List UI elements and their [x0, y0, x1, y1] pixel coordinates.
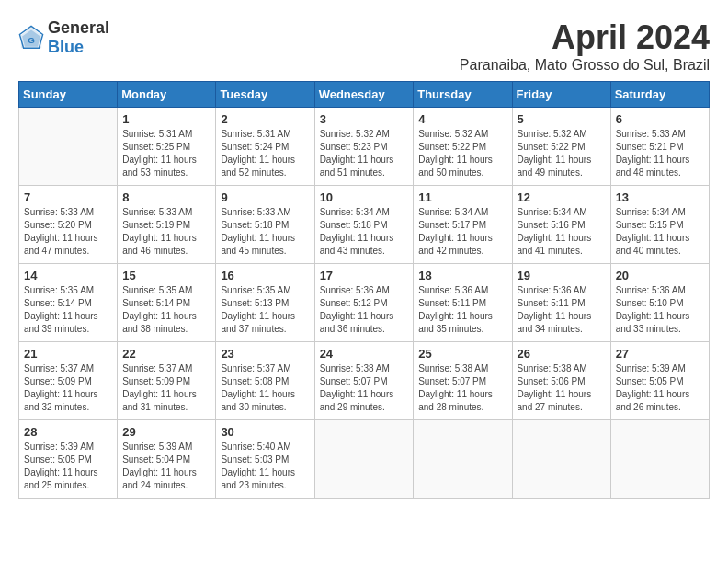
- header: G General Blue April 2024 Paranaiba, Mat…: [18, 18, 710, 74]
- day-info: Sunrise: 5:36 AMSunset: 5:11 PMDaylight:…: [418, 284, 506, 336]
- day-number: 10: [320, 190, 409, 204]
- calendar-cell: 3Sunrise: 5:32 AMSunset: 5:23 PMDaylight…: [314, 108, 414, 186]
- day-number: 18: [418, 269, 506, 282]
- day-number: 9: [221, 190, 309, 204]
- calendar-cell: 13Sunrise: 5:34 AMSunset: 5:15 PMDayligh…: [610, 186, 709, 264]
- day-info: Sunrise: 5:36 AMSunset: 5:10 PMDaylight:…: [616, 284, 704, 336]
- day-info: Sunrise: 5:34 AMSunset: 5:18 PMDaylight:…: [320, 206, 409, 258]
- week-row-1: 1Sunrise: 5:31 AMSunset: 5:25 PMDaylight…: [19, 108, 710, 186]
- logo-icon: G: [18, 25, 44, 51]
- day-number: 26: [518, 347, 606, 361]
- day-info: Sunrise: 5:34 AMSunset: 5:15 PMDaylight:…: [616, 206, 704, 258]
- weekday-row: SundayMondayTuesdayWednesdayThursdayFrid…: [19, 82, 710, 108]
- calendar-cell: 22Sunrise: 5:37 AMSunset: 5:09 PMDayligh…: [118, 342, 216, 420]
- day-number: 14: [24, 269, 112, 282]
- svg-text:G: G: [28, 35, 35, 45]
- day-info: Sunrise: 5:34 AMSunset: 5:16 PMDaylight:…: [518, 206, 606, 258]
- calendar-cell: 21Sunrise: 5:37 AMSunset: 5:09 PMDayligh…: [19, 342, 118, 420]
- day-number: 17: [320, 269, 409, 282]
- calendar-cell: [414, 420, 512, 499]
- day-number: 13: [616, 190, 704, 204]
- logo-general: General: [48, 18, 109, 37]
- weekday-header-sunday: Sunday: [19, 82, 118, 108]
- calendar: SundayMondayTuesdayWednesdayThursdayFrid…: [18, 81, 710, 499]
- week-row-3: 14Sunrise: 5:35 AMSunset: 5:14 PMDayligh…: [19, 264, 710, 342]
- day-number: 8: [122, 190, 210, 204]
- weekday-header-saturday: Saturday: [610, 82, 709, 108]
- day-number: 23: [221, 347, 309, 361]
- calendar-cell: 10Sunrise: 5:34 AMSunset: 5:18 PMDayligh…: [314, 186, 414, 264]
- day-number: 24: [320, 347, 409, 361]
- day-info: Sunrise: 5:34 AMSunset: 5:17 PMDaylight:…: [418, 206, 506, 258]
- calendar-cell: 28Sunrise: 5:39 AMSunset: 5:05 PMDayligh…: [19, 420, 118, 499]
- calendar-cell: [610, 420, 709, 499]
- location-title: Paranaiba, Mato Grosso do Sul, Brazil: [460, 57, 710, 74]
- calendar-cell: 1Sunrise: 5:31 AMSunset: 5:25 PMDaylight…: [118, 108, 216, 186]
- calendar-cell: 11Sunrise: 5:34 AMSunset: 5:17 PMDayligh…: [414, 186, 512, 264]
- week-row-4: 21Sunrise: 5:37 AMSunset: 5:09 PMDayligh…: [19, 342, 710, 420]
- day-number: 30: [221, 425, 309, 439]
- day-info: Sunrise: 5:35 AMSunset: 5:13 PMDaylight:…: [221, 284, 309, 336]
- calendar-cell: 16Sunrise: 5:35 AMSunset: 5:13 PMDayligh…: [216, 264, 314, 342]
- day-info: Sunrise: 5:37 AMSunset: 5:09 PMDaylight:…: [24, 362, 112, 414]
- logo: G General Blue: [18, 18, 109, 57]
- calendar-cell: 17Sunrise: 5:36 AMSunset: 5:12 PMDayligh…: [314, 264, 414, 342]
- logo-blue: Blue: [48, 38, 84, 56]
- calendar-cell: 23Sunrise: 5:37 AMSunset: 5:08 PMDayligh…: [216, 342, 314, 420]
- day-number: 6: [616, 112, 704, 126]
- day-number: 27: [616, 347, 704, 361]
- weekday-header-friday: Friday: [512, 82, 610, 108]
- calendar-cell: 19Sunrise: 5:36 AMSunset: 5:11 PMDayligh…: [512, 264, 610, 342]
- day-number: 7: [24, 190, 112, 204]
- calendar-header: SundayMondayTuesdayWednesdayThursdayFrid…: [19, 82, 710, 108]
- day-info: Sunrise: 5:33 AMSunset: 5:18 PMDaylight:…: [221, 206, 309, 258]
- calendar-cell: 30Sunrise: 5:40 AMSunset: 5:03 PMDayligh…: [216, 420, 314, 499]
- day-info: Sunrise: 5:32 AMSunset: 5:23 PMDaylight:…: [320, 128, 409, 179]
- day-info: Sunrise: 5:39 AMSunset: 5:05 PMDaylight:…: [24, 441, 112, 492]
- calendar-cell: 7Sunrise: 5:33 AMSunset: 5:20 PMDaylight…: [19, 186, 118, 264]
- day-info: Sunrise: 5:38 AMSunset: 5:06 PMDaylight:…: [518, 362, 606, 414]
- day-number: 1: [122, 112, 210, 126]
- calendar-cell: 24Sunrise: 5:38 AMSunset: 5:07 PMDayligh…: [314, 342, 414, 420]
- day-info: Sunrise: 5:33 AMSunset: 5:19 PMDaylight:…: [122, 206, 210, 258]
- calendar-cell: 5Sunrise: 5:32 AMSunset: 5:22 PMDaylight…: [512, 108, 610, 186]
- day-number: 29: [122, 425, 210, 439]
- day-info: Sunrise: 5:40 AMSunset: 5:03 PMDaylight:…: [221, 441, 309, 492]
- day-number: 16: [221, 269, 309, 282]
- day-number: 21: [24, 347, 112, 361]
- weekday-header-tuesday: Tuesday: [216, 82, 314, 108]
- calendar-cell: [19, 108, 118, 186]
- day-number: 20: [616, 269, 704, 282]
- day-number: 12: [518, 190, 606, 204]
- day-info: Sunrise: 5:36 AMSunset: 5:11 PMDaylight:…: [518, 284, 606, 336]
- calendar-cell: 8Sunrise: 5:33 AMSunset: 5:19 PMDaylight…: [118, 186, 216, 264]
- week-row-5: 28Sunrise: 5:39 AMSunset: 5:05 PMDayligh…: [19, 420, 710, 499]
- calendar-cell: 9Sunrise: 5:33 AMSunset: 5:18 PMDaylight…: [216, 186, 314, 264]
- calendar-cell: 2Sunrise: 5:31 AMSunset: 5:24 PMDaylight…: [216, 108, 314, 186]
- day-number: 3: [320, 112, 409, 126]
- calendar-cell: 26Sunrise: 5:38 AMSunset: 5:06 PMDayligh…: [512, 342, 610, 420]
- day-info: Sunrise: 5:32 AMSunset: 5:22 PMDaylight:…: [418, 128, 506, 179]
- calendar-cell: 27Sunrise: 5:39 AMSunset: 5:05 PMDayligh…: [610, 342, 709, 420]
- title-block: April 2024 Paranaiba, Mato Grosso do Sul…: [460, 18, 710, 74]
- day-number: 25: [418, 347, 506, 361]
- calendar-cell: 12Sunrise: 5:34 AMSunset: 5:16 PMDayligh…: [512, 186, 610, 264]
- day-info: Sunrise: 5:39 AMSunset: 5:04 PMDaylight:…: [122, 441, 210, 492]
- calendar-cell: 20Sunrise: 5:36 AMSunset: 5:10 PMDayligh…: [610, 264, 709, 342]
- calendar-cell: [512, 420, 610, 499]
- week-row-2: 7Sunrise: 5:33 AMSunset: 5:20 PMDaylight…: [19, 186, 710, 264]
- calendar-cell: [314, 420, 414, 499]
- day-info: Sunrise: 5:31 AMSunset: 5:24 PMDaylight:…: [221, 128, 309, 179]
- day-info: Sunrise: 5:36 AMSunset: 5:12 PMDaylight:…: [320, 284, 409, 336]
- day-info: Sunrise: 5:35 AMSunset: 5:14 PMDaylight:…: [24, 284, 112, 336]
- day-number: 15: [122, 269, 210, 282]
- day-info: Sunrise: 5:37 AMSunset: 5:08 PMDaylight:…: [221, 362, 309, 414]
- calendar-cell: 25Sunrise: 5:38 AMSunset: 5:07 PMDayligh…: [414, 342, 512, 420]
- day-info: Sunrise: 5:33 AMSunset: 5:21 PMDaylight:…: [616, 128, 704, 179]
- day-info: Sunrise: 5:38 AMSunset: 5:07 PMDaylight:…: [320, 362, 409, 414]
- day-info: Sunrise: 5:39 AMSunset: 5:05 PMDaylight:…: [616, 362, 704, 414]
- day-number: 4: [418, 112, 506, 126]
- calendar-cell: 14Sunrise: 5:35 AMSunset: 5:14 PMDayligh…: [19, 264, 118, 342]
- calendar-cell: 15Sunrise: 5:35 AMSunset: 5:14 PMDayligh…: [118, 264, 216, 342]
- day-number: 2: [221, 112, 309, 126]
